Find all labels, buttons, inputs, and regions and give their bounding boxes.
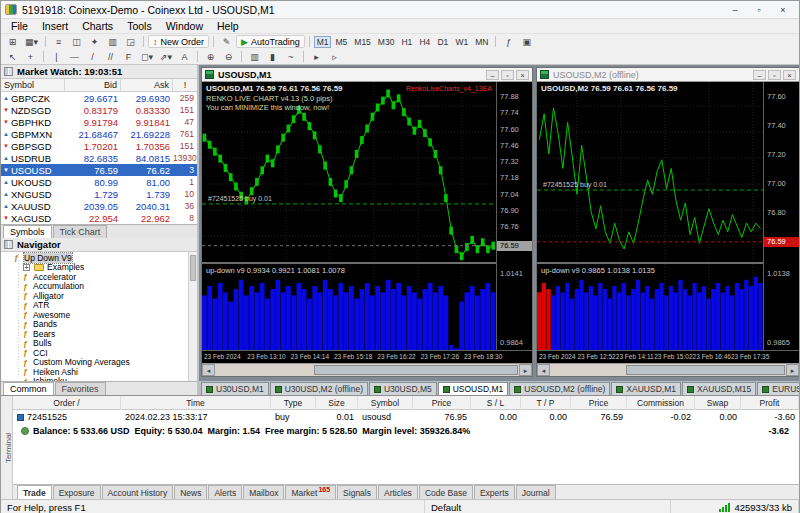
terminal-column-symbol[interactable]: Symbol [358,396,413,410]
chart-window-usousd-m2-offline[interactable]: USOUSD,M2 (offline)–▫×#72451525 buy 0.01… [536,67,799,377]
navigator-item-alligator[interactable]: ƒAlligator [1,291,197,301]
timeframe-w1-button[interactable]: W1 [452,36,471,48]
market-watch-tab-symbols[interactable]: Symbols [3,225,52,238]
terminal-column-time[interactable]: Time [121,396,271,410]
market-watch-row-nzdsgd[interactable]: ▼NZDSGD0.831790.83330151 [1,104,197,116]
navigator-scrollbar[interactable] [188,252,197,381]
toolbar-terminal-toggle-button[interactable]: ▥ [104,35,121,48]
status-profile[interactable]: Default [425,500,671,513]
scrollbar-thumb[interactable] [626,365,785,375]
terminal-tab-experts[interactable]: Experts [474,485,515,499]
toolbar-arrows-button[interactable]: ⇗▾ [157,50,175,63]
toolbar-line-chart-button[interactable]: ~ [282,50,299,63]
terminal-column-price[interactable]: Price [413,396,471,410]
timeframe-m15-button[interactable]: M15 [351,36,374,48]
market-watch-row-ukousd[interactable]: ▲UKOUSD80.9981.001 [1,176,197,188]
scrollbar-thumb[interactable] [314,365,518,375]
menu-charts[interactable]: Charts [75,20,120,32]
menu-help[interactable]: Help [210,20,246,32]
terminal-column-profit[interactable]: Profit [741,396,799,410]
terminal-column-price[interactable]: Price [571,396,627,410]
toolbar-chart-shift-button[interactable]: ▹ [326,50,343,63]
navigator-item-heiken-ashi[interactable]: ƒHeiken Ashi [1,367,197,377]
navigator-item-bands[interactable]: ƒBands [1,320,197,330]
toolbar-new-chart-button[interactable]: ⊞ [4,35,21,48]
price-axis[interactable]: 77.6077.4077.2077.0076.8076.591.01380.98… [763,82,799,350]
market-watch-row-gbpsgd[interactable]: ▼GBPSGD1.702011.70356151 [1,140,197,152]
terminal-column-order[interactable]: Order / [13,396,121,410]
terminal-tab-code-base[interactable]: Code Base [419,485,473,499]
menu-window[interactable]: Window [159,20,210,32]
navigator-item-cci[interactable]: ƒCCI [1,348,197,358]
menu-insert[interactable]: Insert [35,20,75,32]
chart-restore-button[interactable]: ▫ [768,70,781,80]
navigator-item-ichimoku[interactable]: ƒIchimoku [1,377,197,382]
chart-tab-usousd-m1[interactable]: USOUSD,M1 [438,382,509,395]
maximize-button[interactable]: ▫ [747,2,771,18]
market-watch-row-gbphkd[interactable]: ▼GBPHKD9.917949.9184147 [1,116,197,128]
titlebar[interactable]: 5191918: Coinexx-Demo - Coinexx Ltd - US… [1,1,799,19]
market-watch-row-xagusd[interactable]: ▼XAGUSD22.95422.9628 [1,212,197,224]
chart-tab-u30usd-m1[interactable]: U30USD,M1 [201,382,269,395]
terminal-tab-mailbox[interactable]: Mailbox [243,485,284,499]
navigator-item-awesome[interactable]: ƒAwesome [1,310,197,320]
market-watch-row-gbpmxn[interactable]: ▲GBPMXN21.6846721.69228761 [1,128,197,140]
terminal-column-commission[interactable]: Commission [627,396,695,410]
toolbar-templates-button[interactable]: ▣ [518,35,535,48]
timeframe-m5-button[interactable]: M5 [332,36,350,48]
toolbar-crosshair-button[interactable]: + [22,50,39,63]
toolbar-metaeditor-button[interactable]: ✎ [218,35,235,48]
toolbar-fibonacci-retracement-button[interactable]: F [120,50,137,63]
terminal-tab-journal[interactable]: Journal [516,485,556,499]
toolbar-candlestick-chart-button[interactable]: ▮ [264,50,281,63]
toolbar-new-order-button[interactable]: ↕New Order [148,35,209,48]
market-watch-row-xauusd[interactable]: ▲XAUUSD2039.052040.3136 [1,200,197,212]
time-axis[interactable]: 23 Feb 202423 Feb 13:1023 Feb 14:1423 Fe… [202,350,532,363]
terminal-column-s-l[interactable]: S / L [471,396,521,410]
navigator-item-bulls[interactable]: ƒBulls [1,339,197,349]
timeframe-mn-button[interactable]: MN [472,36,491,48]
navigator-item-atr[interactable]: ƒATR [1,301,197,311]
terminal-column-t-p[interactable]: T / P [521,396,571,410]
toolbar-autotrading-button[interactable]: ▶AutoTrading [236,35,305,48]
column-header-ask[interactable]: Ask [121,79,173,91]
terminal-side-tab[interactable]: Terminal [1,396,13,499]
close-button[interactable]: × [771,2,795,18]
chart-tab-u30usd-m5[interactable]: U30USD,M5 [369,382,437,395]
toolbar-text-label-button[interactable]: A [176,50,193,63]
toolbar-horizontal-line-button[interactable]: — [66,50,83,63]
column-header-symbol[interactable]: Symbol [1,79,65,91]
toolbar-navigator-toggle-button[interactable]: ✦ [86,35,103,48]
terminal-column-swap[interactable]: Swap [695,396,741,410]
toolbar-trendline-button[interactable]: / [84,50,101,63]
toolbar-data-window-toggle-button[interactable]: ◫ [68,35,85,48]
terminal-tab-alerts[interactable]: Alerts [208,485,242,499]
terminal-tab-news[interactable]: News [174,485,207,499]
toolbar-indicators-button[interactable]: ƒ [500,35,517,48]
column-header-spread[interactable]: ! [173,79,197,91]
toolbar-cursor-button[interactable]: ↖ [4,50,21,63]
chart-minimize-button[interactable]: – [486,70,499,80]
timeframe-h1-button[interactable]: H1 [398,36,415,48]
toolbar-zoom-in-button[interactable]: ⊕ [202,50,219,63]
chart-title-bar[interactable]: USOUSD,M2 (offline)–▫× [537,68,799,82]
timeframe-h4-button[interactable]: H4 [416,36,433,48]
market-watch-row-usousd[interactable]: ▼USOUSD76.5976.623 [1,164,197,176]
navigator-item-custom-moving-averages[interactable]: ƒCustom Moving Averages [1,358,197,368]
scroll-left-arrow[interactable]: ◂ [537,364,550,376]
market-watch-row-gbpczk[interactable]: ▲GBPCZK29.667129.6930259 [1,92,197,104]
chart-tab-eurusd-m1[interactable]: EURUSD,M1 [757,382,799,395]
timeframe-d1-button[interactable]: D1 [434,36,451,48]
scrollbar-thumb[interactable] [190,255,196,281]
market-watch-row-xngusd[interactable]: ▲XNGUSD1.7291.73910 [1,188,197,200]
chart-plot-area[interactable]: #72451525 buy 0.01USOUSD,M2 76.59 76.61 … [537,82,799,350]
toolbar-shapes-button[interactable]: ◻▾ [138,50,156,63]
chart-tab-xauusd-m15[interactable]: XAUUSD,M15 [682,382,756,395]
terminal-tab-account-history[interactable]: Account History [102,485,174,499]
scroll-right-arrow[interactable]: ▸ [519,364,532,376]
toolbar-strategy-tester-button[interactable]: ◲ [122,35,139,48]
column-header-bid[interactable]: Bid [65,79,121,91]
terminal-tab-signals[interactable]: Signals [337,485,377,499]
terminal-column-size[interactable]: Size [316,396,358,410]
scroll-left-arrow[interactable]: ◂ [202,364,215,376]
